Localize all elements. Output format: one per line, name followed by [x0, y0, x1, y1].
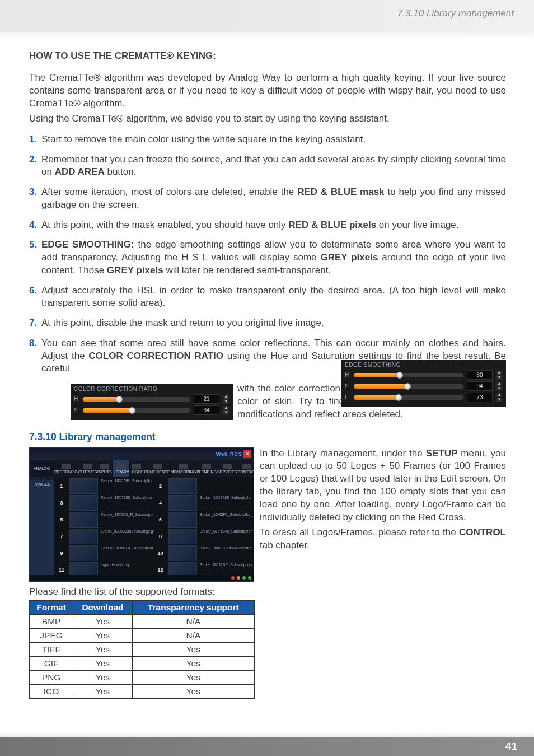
stepper-down-icon[interactable]: ▼ [496, 386, 503, 391]
app-tab[interactable]: INPUTS [97, 460, 113, 477]
slider-value[interactable]: 34 [194, 405, 219, 415]
slider-fill [83, 397, 119, 402]
thumbnail-meta: Broker_07Y1040_Subscription_L.jpg [199, 529, 252, 544]
thumbnail[interactable] [69, 529, 98, 544]
panel-title: COLOR CORRECTION RATIO [74, 386, 229, 392]
intro-paragraph-2: Using the CremaTTe® algorithm, we advise… [29, 113, 506, 125]
slider-row-h: H 80 ▲ ▼ [345, 370, 503, 380]
table-row: GIFYesYes [30, 657, 255, 671]
thumbnail[interactable] [69, 512, 98, 528]
table-cell: Yes [73, 685, 133, 699]
slider-track[interactable] [354, 384, 463, 389]
thumbnail-meta: logo-biao-en.jpg [100, 562, 153, 575]
thumbnail[interactable] [168, 529, 197, 544]
slider-track[interactable] [83, 408, 190, 413]
app-tab[interactable]: MONITORING [171, 460, 196, 477]
stepper-down-icon[interactable]: ▼ [223, 399, 229, 404]
thumbnail[interactable] [69, 478, 98, 494]
slider-row-l: L 73 ▲ ▼ [345, 393, 503, 402]
step-bold: GREY pixels [320, 252, 378, 263]
step-number: 2. [29, 153, 41, 179]
app-tab[interactable]: LIBRARY [113, 460, 130, 477]
table-caption: Please find the list of the supported fo… [29, 586, 506, 599]
tab-icon [83, 464, 92, 469]
app-tab[interactable]: OUTPUTS [78, 460, 97, 477]
status-led-icon [237, 576, 240, 580]
app-tab[interactable]: BLENDING [196, 460, 217, 477]
app-tab[interactable]: CONFIDENCE [144, 460, 171, 477]
app-tab[interactable]: CONTROL [237, 460, 254, 477]
slot-number: 7 [56, 529, 67, 544]
step-text: After some iteration, most of colors are… [41, 186, 506, 212]
stepper-down-icon[interactable]: ▼ [496, 375, 503, 380]
thumbnail[interactable] [168, 562, 197, 575]
step-text-part: After some iteration, most of colors are… [41, 186, 297, 197]
step-text: EDGE SMOOTHING: the edge smoothing setti… [41, 239, 506, 277]
sidebar: IMAGES [30, 477, 54, 581]
tab-icon [223, 464, 232, 469]
slider-value[interactable]: 94 [467, 381, 493, 391]
slider-thumb[interactable] [129, 407, 135, 414]
table-header: Format [30, 601, 73, 615]
thumbnail[interactable] [168, 495, 197, 511]
stepper-down-icon[interactable]: ▼ [496, 398, 503, 402]
thumbnail-meta: Family_10X7000_Subscription_L.jpg [100, 495, 153, 511]
tab-label: CONTROL [237, 470, 254, 474]
step-7: 7. At this point, disable the mask and r… [29, 317, 506, 330]
app-tab[interactable]: SERVICES [217, 460, 237, 477]
slider-label: S [74, 407, 79, 413]
slider-value[interactable]: 73 [467, 393, 493, 402]
step-text-part: button. [105, 166, 137, 177]
step-number: 3. [29, 186, 41, 212]
tab-label: SERVICES [217, 470, 237, 474]
thumbnail[interactable] [69, 562, 98, 575]
slider-value[interactable]: 80 [467, 370, 493, 380]
slot-number: 5 [56, 512, 67, 528]
tab-icon [242, 464, 251, 469]
slider-track[interactable] [354, 373, 463, 377]
tab-label: INPUTS [97, 470, 112, 474]
slider-value[interactable]: 21 [194, 394, 219, 404]
thumbnail[interactable] [168, 512, 197, 528]
step-6: 6. Adjust accurately the HSL in order to… [29, 284, 506, 310]
thumbnail-meta [199, 478, 252, 494]
table-cell: ICO [30, 685, 73, 699]
slider-track[interactable] [83, 397, 190, 402]
app-tab[interactable]: PRECONFIG [54, 460, 78, 477]
step-bold: ADD AREA [55, 166, 105, 177]
thumbnail[interactable] [69, 495, 98, 511]
sidebar-button[interactable]: IMAGES [30, 480, 54, 581]
step-2: 2. Remember that you can freeze the sour… [29, 153, 506, 179]
text-part: tab chapter. [260, 540, 310, 550]
slider-row-h: H 21 ▲ ▼ [74, 394, 229, 404]
slider-thumb[interactable] [395, 394, 402, 401]
slider-track[interactable] [354, 395, 463, 400]
close-icon[interactable]: × [243, 450, 251, 458]
step-number: 7. [29, 317, 41, 330]
table-cell: BMP [30, 615, 73, 629]
step-bold: COLOR CORRECTION RATIO [88, 351, 223, 361]
step-text: Remember that you can freeze the source,… [41, 153, 506, 179]
step-5: 5. EDGE SMOOTHING: the edge smoothing se… [29, 239, 506, 277]
table-cell: N/A [132, 629, 254, 643]
slider-thumb[interactable] [116, 396, 123, 403]
library-description: In the Library management, under the SET… [260, 447, 506, 582]
table-header: Download [73, 601, 133, 615]
slot-number: 8 [155, 529, 166, 544]
thumbnail[interactable] [168, 545, 197, 561]
tab-icon [202, 464, 211, 469]
color-correction-ratio-panel: COLOR CORRECTION RATIO H 21 ▲ ▼ S [71, 384, 233, 420]
table-cell: Yes [73, 615, 133, 629]
panel-title: EDGE SMOOTHING [345, 362, 503, 368]
app-tab[interactable]: LOGOS [130, 460, 144, 477]
tab-icon [62, 464, 71, 469]
stepper-down-icon[interactable]: ▼ [223, 410, 229, 415]
slider-thumb[interactable] [404, 383, 411, 390]
slider-thumb[interactable] [396, 372, 403, 379]
slider-fill [354, 395, 399, 400]
thumbnail-meta: Family_10X10\R_Subscription_L.jpg [100, 478, 153, 494]
thumbnail[interactable] [69, 545, 98, 561]
slot-number: 11 [56, 562, 67, 575]
thumbnail[interactable] [168, 478, 197, 494]
subsection-heading: 7.3.10 Library management [29, 431, 506, 443]
